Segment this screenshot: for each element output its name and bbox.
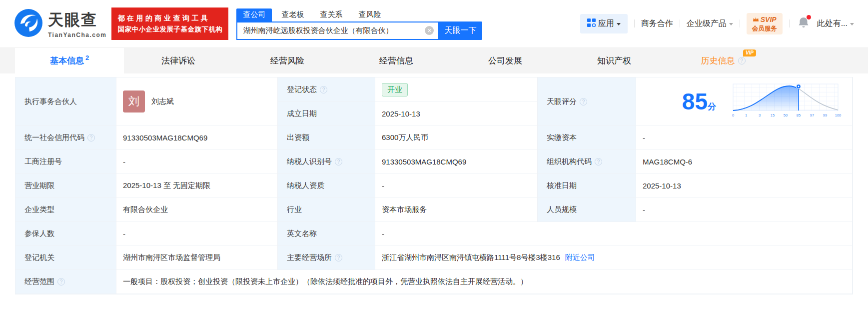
basic-info-table: 执行事务合伙人 刘 刘志斌 登记状态 开业 天眼评分 85分 <box>15 77 853 294</box>
svg-text:99: 99 <box>823 113 827 118</box>
header-nav: 应用 商务合作 企业级产品 SVIP 会员服务 <box>580 13 854 35</box>
tianyancha-logo[interactable]: 天眼查 TianYanCha.com <box>14 8 106 40</box>
tab-operating-info[interactable]: 经营信息 <box>342 48 451 74</box>
search-tab-company[interactable]: 查公司 <box>236 8 272 22</box>
field-label-executive-partner: 执行事务合伙人 <box>15 78 116 126</box>
svg-text:0: 0 <box>732 113 734 118</box>
svg-text:97: 97 <box>810 113 814 118</box>
tab-history-info[interactable]: VIP 历史信息 <box>669 48 778 74</box>
search-button[interactable]: 天眼一下 <box>438 22 482 40</box>
help-icon[interactable] <box>57 278 65 286</box>
field-value-taxpayer-id: 91330503MAG18CMQ69 <box>375 150 538 174</box>
chevron-down-icon <box>729 23 733 26</box>
slogan-line1: 都在用的商业查询工具 <box>117 12 222 24</box>
search-input[interactable] <box>237 22 438 39</box>
field-value-business-term: 2025-10-13 至 无固定期限 <box>116 174 278 198</box>
user-menu-label: 此处有... <box>817 18 848 29</box>
field-value-establish-date: 2025-10-13 <box>375 102 538 126</box>
field-label-insured-count: 参保人数 <box>15 222 116 246</box>
field-value-registration-status: 开业 <box>375 78 538 102</box>
field-value-registration-authority: 湖州市南浔区市场监督管理局 <box>116 246 278 270</box>
help-icon[interactable] <box>335 158 342 166</box>
field-label-company-type: 企业类型 <box>15 198 116 222</box>
field-label-taxpayer-quality: 纳税人资质 <box>278 174 375 198</box>
field-value-registration-number: - <box>116 150 278 174</box>
field-label-establish-date: 成立日期 <box>278 102 375 126</box>
svip-sublabel: 会员服务 <box>752 24 777 33</box>
search-tab-relation[interactable]: 查关系 <box>313 8 349 22</box>
field-label-registration-status: 登记状态 <box>278 78 375 102</box>
field-value-taxpayer-quality: - <box>375 174 538 198</box>
help-icon[interactable] <box>738 57 746 64</box>
status-badge: 开业 <box>382 83 408 96</box>
field-label-org-code: 组织机构代码 <box>538 150 636 174</box>
tab-legal-litigation[interactable]: 法律诉讼 <box>124 48 233 74</box>
search-area: 查公司 查老板 查关系 查风险 ✕ 天眼一下 <box>236 8 482 40</box>
help-icon[interactable] <box>320 86 327 94</box>
help-icon[interactable] <box>87 134 95 142</box>
field-value-company-type: 有限合伙企业 <box>116 198 278 222</box>
nav-enterprise-products[interactable]: 企业级产品 <box>687 18 733 29</box>
search-tab-boss[interactable]: 查老板 <box>275 8 310 22</box>
tab-intellectual-property[interactable]: 知识产权 <box>560 48 669 74</box>
tab-company-development[interactable]: 公司发展 <box>451 48 560 74</box>
nav-business-cooperation[interactable]: 商务合作 <box>641 18 673 29</box>
chevron-down-icon <box>617 23 621 26</box>
field-value-approval-date: 2025-10-13 <box>636 174 853 198</box>
field-label-business-scope: 经营范围 <box>15 270 116 294</box>
field-value-business-scope: 一般项目：股权投资；创业投资（限投资未上市企业）（除依法须经批准的项目外，凭营业… <box>116 270 853 294</box>
apps-grid-icon <box>587 18 596 29</box>
enterprise-label: 企业级产品 <box>687 18 727 29</box>
field-value-credit-code: 91330503MAG18CMQ69 <box>116 126 278 150</box>
field-value-paid-capital: - <box>636 126 853 150</box>
help-icon[interactable] <box>335 254 342 262</box>
section-tabbar: 基本信息 2 法律诉讼 经营风险 经营信息 公司发展 知识产权 VIP 历史信息 <box>0 48 868 74</box>
svg-text:100: 100 <box>835 113 842 118</box>
tianyancha-logo-icon <box>14 8 43 40</box>
score-number: 85 <box>682 88 708 114</box>
field-value-english-name: - <box>375 222 853 246</box>
search-tab-risk[interactable]: 查风险 <box>352 8 387 22</box>
crown-icon <box>753 15 759 24</box>
search-tabs: 查公司 查老板 查关系 查风险 <box>236 8 482 22</box>
svip-label: SVIP <box>761 15 777 24</box>
nearby-companies-link[interactable]: 附近公司 <box>565 253 595 262</box>
apps-label: 应用 <box>598 18 614 29</box>
help-icon[interactable] <box>595 158 602 166</box>
field-label-english-name: 英文名称 <box>278 222 375 246</box>
field-value-staff-size: - <box>636 198 853 222</box>
tab-basic-info-count: 2 <box>85 54 89 62</box>
field-value-contribution: 6300万人民币 <box>375 126 538 150</box>
field-label-taxpayer-id: 纳税人识别号 <box>278 150 375 174</box>
field-label-registration-number: 工商注册号 <box>15 150 116 174</box>
chevron-down-icon <box>850 23 854 26</box>
brand-domain: TianYanCha.com <box>48 32 106 38</box>
brand-name: 天眼查 <box>48 10 106 30</box>
partner-avatar[interactable]: 刘 <box>123 90 145 112</box>
notifications-bell-icon[interactable] <box>798 16 809 30</box>
svg-text:50: 50 <box>784 113 788 118</box>
field-value-tianyan-score[interactable]: 85分 <box>636 78 853 126</box>
apps-menu[interactable]: 应用 <box>580 14 628 34</box>
tab-basic-info[interactable]: 基本信息 2 <box>15 48 124 74</box>
user-menu[interactable]: 此处有... <box>817 18 854 29</box>
svg-text:15: 15 <box>771 113 775 118</box>
partner-name[interactable]: 刘志斌 <box>151 97 174 106</box>
field-label-staff-size: 人员规模 <box>538 198 636 222</box>
svg-text:3: 3 <box>759 113 761 118</box>
field-value-industry: 资本市场服务 <box>375 198 538 222</box>
field-label-approval-date: 核准日期 <box>538 174 636 198</box>
notification-dot <box>807 15 811 20</box>
field-value-executive-partner: 刘 刘志斌 <box>116 78 278 126</box>
field-value-insured-count: - <box>116 222 278 246</box>
field-label-business-address: 主要经营场所 <box>278 246 375 270</box>
field-label-business-term: 营业期限 <box>15 174 116 198</box>
field-label-contribution: 出资额 <box>278 126 375 150</box>
top-header: 天眼查 TianYanCha.com 都在用的商业查询工具 国家中小企业发展子基… <box>0 0 868 48</box>
field-value-org-code: MAG18CMQ-6 <box>636 150 853 174</box>
help-icon[interactable] <box>580 98 587 106</box>
vip-badge: VIP <box>743 50 756 56</box>
slogan-line2: 国家中小企业发展子基金旗下机构 <box>117 24 222 35</box>
svip-member-service[interactable]: SVIP 会员服务 <box>747 13 783 35</box>
tab-operating-risk[interactable]: 经营风险 <box>233 48 342 74</box>
